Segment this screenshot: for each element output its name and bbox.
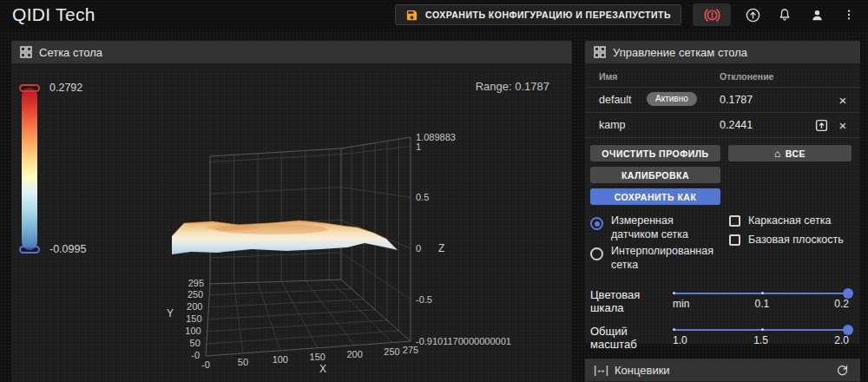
user-account-icon[interactable]	[806, 4, 827, 25]
checkbox-flat-plane[interactable]: Базовая плоскость	[729, 234, 844, 246]
radio-interpolated-mesh[interactable]: Интерполированная сетка	[590, 245, 729, 272]
svg-text:50: 50	[238, 357, 248, 367]
profile-name: default	[599, 94, 632, 106]
tick-mid: 0.1	[754, 298, 769, 310]
mesh-manager-panel-header[interactable]: Управление сеткам стола	[585, 41, 860, 63]
mesh-manager-panel-title: Управление сеткам стола	[613, 46, 747, 59]
tick-mid: 1.5	[753, 334, 768, 346]
emergency-stop-button[interactable]	[693, 3, 731, 26]
svg-text:150: 150	[310, 352, 326, 362]
mesh-sliders: Цветовая шкала min 0.1 0.2 Общий масштаб	[585, 276, 860, 351]
slider-track[interactable]	[673, 329, 849, 331]
column-name: Имя	[599, 71, 617, 82]
emergency-stop-icon	[703, 6, 721, 24]
host-upload-icon[interactable]	[742, 4, 763, 25]
endstops-panel-title: Концевики	[615, 364, 670, 377]
profile-deviation: 0.1787	[720, 94, 753, 106]
home-all-label: ВСЕ	[786, 148, 806, 159]
app-title: QIDI Tech	[12, 4, 95, 25]
svg-text:Z: Z	[438, 242, 444, 254]
slider-tick-labels: min 0.1 0.2	[673, 298, 849, 310]
svg-text:200: 200	[187, 301, 202, 312]
tick-min: min	[673, 298, 689, 310]
radio-label: Интерполированная сетка	[611, 245, 722, 272]
active-badge: Активно	[647, 92, 697, 106]
calibrate-button[interactable]: КАЛИБРОВКА	[590, 167, 720, 183]
svg-text:X: X	[319, 363, 326, 375]
mesh-buttons: ОЧИСТИТЬ ПРОФИЛЬ ⌂ ВСЕ КАЛИБРОВКА СОХРАН…	[585, 138, 860, 205]
topbar: QIDI Tech СОХРАНИТЬ КОНФИГУРАЦИЮ И ПЕРЕЗ…	[0, 0, 868, 30]
colorbar-max-label: 0.2792	[49, 82, 82, 94]
checkbox-icon	[729, 234, 740, 246]
profile-name: kamp	[599, 119, 626, 131]
mesh-manager-panel: Управление сеткам стола Имя Отклонение d…	[585, 41, 860, 344]
load-profile-icon[interactable]	[814, 118, 829, 133]
save-as-button[interactable]: СОХРАНИТЬ КАК	[590, 188, 720, 205]
tick-max: 2.0	[834, 334, 849, 346]
checkbox-wireframe[interactable]: Каркасная сетка	[729, 214, 844, 227]
slider-thumb[interactable]	[843, 325, 853, 335]
colorbar-min-label: -0.0995	[49, 243, 86, 255]
save-as-label: СОХРАНИТЬ КАК	[615, 192, 697, 202]
slider-thumb[interactable]	[843, 288, 853, 299]
overall-scale-slider-row: Общий масштаб 1.0 1.5 2.0	[590, 321, 849, 351]
svg-text:200: 200	[346, 349, 362, 359]
display-options: Измеренная датчиком сетка Интерполирован…	[585, 205, 860, 276]
svg-text:100: 100	[273, 354, 288, 365]
bed-mesh-3d-plot[interactable]: -050100150200250275X-050100150200250295Y…	[11, 63, 572, 382]
svg-text:-0.5: -0.5	[416, 294, 432, 305]
topbar-actions: СОХРАНИТЬ КОНФИГУРАЦИЮ И ПЕРЕЗАПУСТИТЬ	[395, 3, 859, 26]
radio-label: Измеренная датчиком сетка	[611, 214, 722, 241]
colorbar-min-handle[interactable]	[19, 246, 40, 254]
tick-min: 1.0	[673, 334, 687, 346]
delete-profile-icon[interactable]: ×	[834, 116, 852, 134]
svg-text:1: 1	[416, 142, 421, 152]
grid-icon	[20, 46, 32, 58]
radio-probed-mesh[interactable]: Измеренная датчиком сетка	[590, 214, 729, 241]
grid-icon	[594, 46, 606, 58]
save-config-restart-button[interactable]: СОХРАНИТЬ КОНФИГУРАЦИЮ И ПЕРЕЗАПУСТИТЬ	[395, 4, 681, 25]
tick-max: 0.2	[834, 298, 849, 310]
svg-text:150: 150	[186, 313, 201, 324]
radio-selected-icon	[590, 217, 603, 230]
bed-mesh-panel-header[interactable]: Сетка стола	[11, 41, 572, 63]
svg-text:-0.9101170000000001: -0.9101170000000001	[416, 336, 511, 346]
svg-text:100: 100	[185, 326, 201, 336]
svg-text:1.089883: 1.089883	[416, 132, 456, 142]
profile-row-default: default Активно 0.1787 ×	[585, 88, 860, 113]
radio-unselected-icon	[590, 247, 603, 260]
endstop-icon: |↔|	[594, 364, 608, 376]
delete-profile-icon[interactable]: ×	[834, 91, 852, 109]
slider-track[interactable]	[673, 293, 849, 294]
home-all-button[interactable]: ⌂ ВСЕ	[728, 145, 852, 161]
bed-mesh-plot-area: -050100150200250275X-050100150200250295Y…	[11, 63, 572, 382]
svg-text:0: 0	[416, 243, 421, 254]
checkbox-label: Каркасная сетка	[748, 214, 831, 227]
slider-tick-labels: 1.0 1.5 2.0	[673, 334, 849, 346]
clear-profile-button[interactable]: ОЧИСТИТЬ ПРОФИЛЬ	[590, 145, 720, 161]
color-scale-slider[interactable]: min 0.1 0.2	[673, 285, 849, 310]
home-icon: ⌂	[774, 148, 781, 160]
overall-scale-slider[interactable]: 1.0 1.5 2.0	[673, 321, 849, 346]
svg-text:295: 295	[188, 278, 204, 288]
overflow-menu-icon[interactable]	[838, 4, 859, 25]
svg-text:50: 50	[190, 338, 201, 348]
clear-profile-label: ОЧИСТИТЬ ПРОФИЛЬ	[602, 148, 708, 159]
svg-text:250: 250	[384, 346, 399, 357]
svg-text:Y: Y	[167, 307, 174, 319]
profile-row-kamp: kamp 0.2441 ×	[585, 113, 860, 138]
colorbar[interactable]	[22, 88, 37, 250]
profile-deviation: 0.2441	[720, 119, 753, 131]
svg-text:-0: -0	[201, 359, 210, 370]
screen: QIDI Tech СОХРАНИТЬ КОНФИГУРАЦИЮ И ПЕРЕЗ…	[0, 0, 868, 382]
color-scale-slider-row: Цветовая шкала min 0.1 0.2	[590, 285, 849, 314]
slider-label: Цветовая шкала	[590, 285, 673, 314]
profiles-table-header: Имя Отклонение	[585, 63, 860, 88]
endstops-panel-header[interactable]: |↔| Концевики	[585, 359, 860, 381]
refresh-icon[interactable]	[832, 360, 852, 379]
bed-mesh-panel-title: Сетка стола	[39, 46, 102, 59]
notifications-bell-icon[interactable]	[774, 4, 795, 25]
colorbar-max-handle[interactable]	[19, 84, 40, 92]
svg-text:0.5: 0.5	[416, 192, 429, 202]
save-icon	[405, 9, 418, 22]
